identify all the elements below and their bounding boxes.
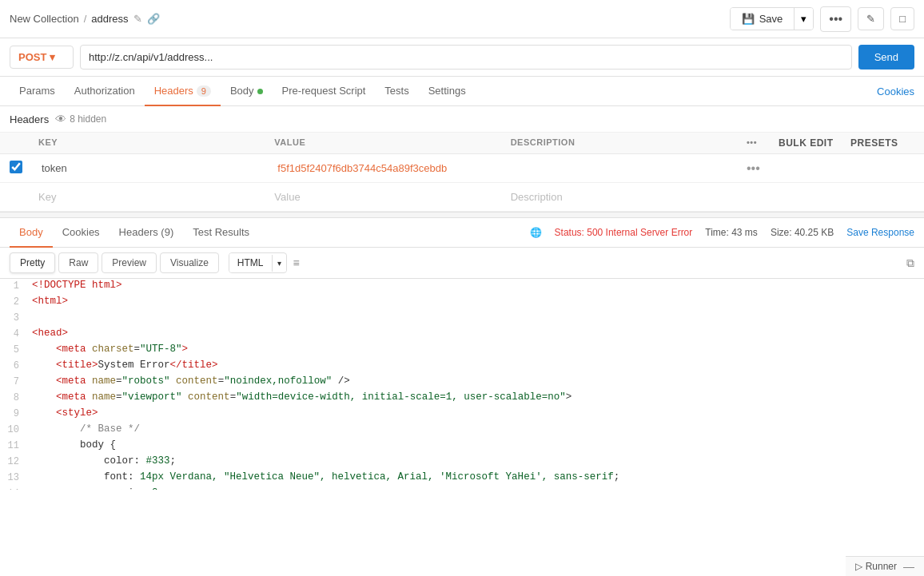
request-tabs: Params Authorization Headers9 Body Pre-r… <box>0 77 924 106</box>
save-button-group: 💾 Save ▾ <box>730 7 814 30</box>
value-col-header: VALUE <box>274 137 510 149</box>
top-bar-actions: 💾 Save ▾ ••• ✎ □ <box>730 6 914 32</box>
breadcrumb-separator: / <box>84 13 87 25</box>
request-name[interactable]: address <box>91 13 128 25</box>
response-time: Time: 43 ms <box>705 227 758 238</box>
url-bar: POST ▾ Send <box>0 38 924 77</box>
save-response-button[interactable]: Save Response <box>846 227 914 238</box>
collection-name[interactable]: New Collection <box>10 13 79 25</box>
key-cell[interactable]: token <box>38 161 274 176</box>
copy-icon[interactable]: ⧉ <box>906 256 914 270</box>
tab-pre-request[interactable]: Pre-request Script <box>273 77 376 106</box>
code-line-2: 2 <html> <box>0 295 924 311</box>
desc-col-header: DESCRIPTION <box>511 137 747 149</box>
hidden-headers-toggle[interactable]: 👁 8 hidden <box>55 113 106 125</box>
tab-tests[interactable]: Tests <box>375 77 418 106</box>
desc-cell <box>511 167 747 170</box>
save-dropdown-button[interactable]: ▾ <box>794 8 813 30</box>
value-placeholder[interactable]: Value <box>274 191 510 203</box>
key-col-header: KEY <box>38 137 274 149</box>
presets-header[interactable]: Presets <box>850 137 914 149</box>
url-input[interactable] <box>80 45 852 70</box>
tab-params[interactable]: Params <box>10 77 65 106</box>
code-line-1: 1 <!DOCTYPE html> <box>0 279 924 295</box>
status-code: Status: 500 Internal Server Error <box>555 227 693 238</box>
row-checkbox[interactable] <box>10 161 22 173</box>
method-select[interactable]: POST ▾ <box>10 46 74 69</box>
code-line-5: 5 <meta charset="UTF-8"> <box>0 343 924 359</box>
edit-name-icon[interactable]: ✎ <box>133 13 142 25</box>
section-divider <box>0 212 924 218</box>
code-line-9: 9 <style> <box>0 407 924 423</box>
breadcrumb: New Collection / address ✎ 🔗 <box>10 13 160 25</box>
eye-icon: 👁 <box>55 113 66 125</box>
headers-row: Headers 👁 8 hidden <box>0 106 924 133</box>
tab-settings[interactable]: Settings <box>419 77 476 106</box>
headers-section: Headers 👁 8 hidden KEY VALUE DESCRIPTION… <box>0 106 924 212</box>
key-placeholder[interactable]: Key <box>38 191 274 203</box>
table-row: token f5f1d5f2407f6db3744c54a89f3cebdb •… <box>0 154 924 183</box>
code-line-7: 7 <meta name="robots" content="noindex,n… <box>0 375 924 391</box>
empty-table-row: Key Value Description <box>0 183 924 212</box>
format-visualize-btn[interactable]: Visualize <box>160 252 219 273</box>
checkbox-col-header <box>10 137 38 149</box>
code-line-8: 8 <meta name="viewport" content="width=d… <box>0 391 924 407</box>
format-type-select[interactable]: HTML ▾ <box>229 252 287 273</box>
response-tab-body[interactable]: Body <box>10 218 53 248</box>
code-area[interactable]: 1 <!DOCTYPE html> 2 <html> 3 4 <head> 5 … <box>0 279 924 490</box>
copy-link-icon[interactable]: 🔗 <box>147 13 160 25</box>
code-line-10: 10 /* Base */ <box>0 423 924 439</box>
code-line-13: 13 font: 14px Verdana, "Helvetica Neue",… <box>0 471 924 487</box>
filter-icon[interactable]: ≡ <box>293 256 300 269</box>
format-type-label: HTML <box>229 253 272 272</box>
tab-headers[interactable]: Headers9 <box>145 77 221 106</box>
response-tab-test-results[interactable]: Test Results <box>183 218 259 248</box>
body-dot <box>257 89 263 94</box>
code-line-3: 3 <box>0 311 924 327</box>
top-bar: New Collection / address ✎ 🔗 💾 Save ▾ ••… <box>0 0 924 38</box>
desc-placeholder[interactable]: Description <box>511 191 747 203</box>
response-container: Body Cookies Headers (9) Test Results 🌐 … <box>0 218 924 490</box>
headers-label: Headers <box>10 113 49 125</box>
table-header: KEY VALUE DESCRIPTION ••• Bulk Edit Pres… <box>0 133 924 154</box>
code-line-4: 4 <head> <box>0 327 924 343</box>
format-raw-btn[interactable]: Raw <box>58 252 98 273</box>
code-line-6: 6 <title>System Error</title> <box>0 359 924 375</box>
code-line-12: 12 color: #333; <box>0 455 924 471</box>
format-pretty-btn[interactable]: Pretty <box>10 252 55 273</box>
method-label: POST <box>18 51 46 63</box>
format-type-arrow[interactable]: ▾ <box>272 255 286 272</box>
row-checkbox-cell <box>10 161 38 176</box>
send-button[interactable]: Send <box>858 45 914 70</box>
edit-icon-button[interactable]: ✎ <box>858 7 884 30</box>
expand-icon-button[interactable]: □ <box>890 7 914 30</box>
method-dropdown-arrow: ▾ <box>50 51 55 63</box>
format-preview-btn[interactable]: Preview <box>102 252 157 273</box>
code-line-14: 14 margin: 0; <box>0 487 924 490</box>
response-tabs-row: Body Cookies Headers (9) Test Results 🌐 … <box>0 218 924 248</box>
cookies-link[interactable]: Cookies <box>877 85 914 97</box>
response-size: Size: 40.25 KB <box>771 227 834 238</box>
save-button[interactable]: 💾 Save <box>731 8 795 30</box>
headers-badge: 9 <box>197 85 211 97</box>
hidden-count: 8 hidden <box>70 113 106 125</box>
tab-body[interactable]: Body <box>221 77 273 106</box>
code-line-11: 11 body { <box>0 439 924 455</box>
save-label: Save <box>759 13 783 25</box>
more-options-button[interactable]: ••• <box>820 6 851 32</box>
row-more-icon[interactable]: ••• <box>747 161 779 176</box>
save-icon: 💾 <box>742 13 755 25</box>
response-tab-headers[interactable]: Headers (9) <box>110 218 184 248</box>
globe-icon[interactable]: 🌐 <box>530 227 542 238</box>
response-tab-cookies[interactable]: Cookies <box>53 218 110 248</box>
value-cell[interactable]: f5f1d5f2407f6db3744c54a89f3cebdb <box>274 161 510 176</box>
bulk-edit-header[interactable]: Bulk Edit <box>779 137 850 149</box>
tab-authorization[interactable]: Authorization <box>65 77 145 106</box>
more-col-header: ••• <box>747 137 779 149</box>
response-status-bar: 🌐 Status: 500 Internal Server Error Time… <box>530 227 914 238</box>
format-row: Pretty Raw Preview Visualize HTML ▾ ≡ ⧉ <box>0 248 924 279</box>
